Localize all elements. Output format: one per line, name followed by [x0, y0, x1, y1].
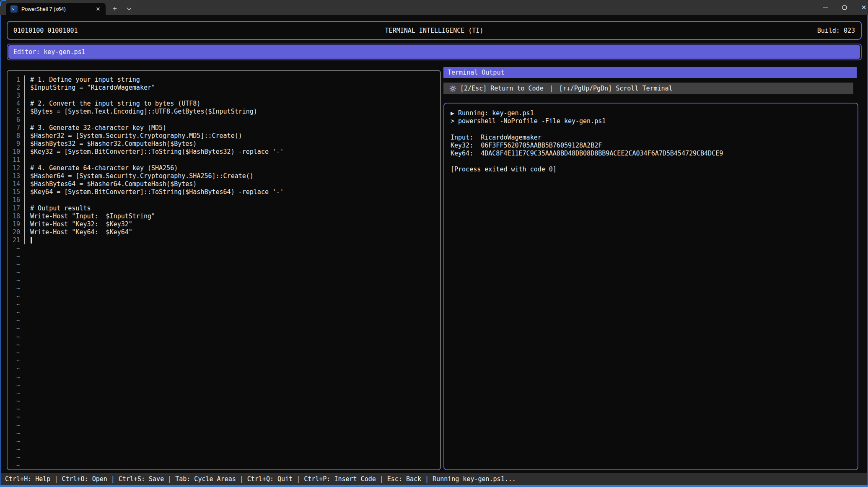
tilde-line: ~ [8, 461, 440, 469]
code-line[interactable]: 19Write-Host "Key32: $Key32" [8, 220, 440, 228]
tilde-line: ~ [8, 365, 440, 373]
terminal-line [451, 158, 858, 166]
status-bar: Ctrl+H: Help|Ctrl+O: Open|Ctrl+S: Save|T… [0, 473, 868, 485]
status-item: Esc: Back [387, 475, 421, 483]
line-number: 5 [8, 108, 20, 115]
line-number: 20 [8, 228, 20, 236]
line-number: 12 [8, 164, 20, 172]
tilde-line: ~ [8, 252, 440, 260]
terminal-hint-bar: [2/Esc] Return to Code | [↑↓/PgUp/PgDn] … [443, 83, 853, 94]
window-left-border [0, 15, 1, 487]
code-text: # 1. Define your input string [25, 76, 140, 83]
tilde-line: ~ [8, 244, 440, 252]
tilde-glyph: ~ [8, 413, 20, 421]
status-separator: | [421, 475, 433, 483]
maximize-icon [842, 5, 847, 10]
gutter-separator [24, 91, 25, 99]
editor-bar[interactable]: Editor: key-gen.ps1 [7, 44, 862, 60]
gutter-separator [24, 196, 25, 204]
new-tab-button[interactable]: + [109, 3, 121, 14]
code-line[interactable]: 4# 2. Convert the input string to bytes … [8, 100, 440, 108]
tilde-glyph: ~ [8, 309, 20, 316]
tilde-glyph: ~ [8, 253, 20, 260]
code-line[interactable]: 8$Hasher32 = [System.Security.Cryptograp… [8, 132, 440, 140]
code-line[interactable]: 15$Key64 = [System.BitConverter]::ToStri… [8, 188, 440, 196]
tilde-glyph: ~ [8, 430, 20, 437]
tilde-glyph: ~ [8, 397, 20, 405]
code-line[interactable]: 2$InputString = "RicardoWagemaker" [8, 83, 440, 91]
terminal-output-box[interactable]: ▶ Running: key-gen.ps1> powershell -NoPr… [443, 103, 858, 470]
tab-title: PowerShell 7 (x64) [21, 6, 94, 12]
line-number: 3 [8, 92, 20, 99]
tilde-line: ~ [8, 333, 440, 341]
close-button[interactable]: ✕ [854, 0, 868, 15]
code-line[interactable]: 1# 1. Define your input string [8, 75, 440, 83]
tilde-glyph: ~ [8, 422, 20, 429]
tilde-line: ~ [8, 260, 440, 268]
tilde-line: ~ [8, 277, 440, 285]
terminal-line: Input: RicardoWagemaker [451, 134, 858, 142]
tilde-glyph: ~ [8, 373, 20, 381]
maximize-button[interactable] [835, 0, 854, 15]
line-number: 10 [8, 148, 20, 155]
code-line[interactable]: 10$Key32 = [System.BitConverter]::ToStri… [8, 148, 440, 156]
tilde-line: ~ [8, 308, 440, 316]
tilde-glyph: ~ [8, 269, 20, 276]
tilde-glyph: ~ [8, 325, 20, 332]
code-text: $InputString = "RicardoWagemaker" [25, 84, 155, 91]
code-line[interactable]: 5$Bytes = [System.Text.Encoding]::UTF8.G… [8, 108, 440, 116]
code-line[interactable]: 16 [8, 196, 440, 204]
code-line[interactable]: 14$HashBytes64 = $Hasher64.ComputeHash($… [8, 180, 440, 188]
line-number: 9 [8, 140, 20, 148]
code-line[interactable]: 3 [8, 91, 440, 99]
app-header: 01010100 01001001 TERMINAL INTELLIGENCE … [7, 21, 862, 40]
chevron-down-icon[interactable] [123, 3, 135, 14]
code-line[interactable]: 21 [8, 236, 440, 244]
status-separator: | [107, 475, 119, 483]
code-line[interactable]: 9$HashBytes32 = $Hasher32.ComputeHash($B… [8, 140, 440, 148]
line-number: 11 [8, 156, 20, 163]
tilde-glyph: ~ [8, 462, 20, 469]
tilde-line: ~ [8, 285, 440, 293]
hint-separator: | [544, 85, 559, 92]
code-line[interactable]: 11 [8, 156, 440, 164]
tilde-glyph: ~ [8, 341, 20, 349]
gutter-separator [24, 116, 25, 124]
tilde-glyph: ~ [8, 333, 20, 341]
code-text: Write-Host "Key64: $Key64" [25, 228, 132, 236]
code-text: Write-Host "Key32: $Key32" [25, 220, 132, 228]
tilde-line: ~ [8, 397, 440, 405]
code-editor-panel[interactable]: 1# 1. Define your input string2$InputStr… [7, 70, 441, 470]
terminal-line: ▶ Running: key-gen.ps1 [451, 109, 858, 117]
tilde-glyph: ~ [8, 357, 20, 365]
tab-close-icon[interactable]: ✕ [94, 5, 102, 13]
tilde-glyph: ~ [8, 365, 20, 373]
text-cursor [31, 237, 32, 244]
tilde-glyph: ~ [8, 277, 20, 284]
tilde-glyph: ~ [8, 349, 20, 357]
code-line[interactable]: 6 [8, 116, 440, 124]
minimize-button[interactable] [816, 0, 835, 15]
tilde-line: ~ [8, 405, 440, 413]
tilde-line: ~ [8, 325, 440, 333]
gear-icon [449, 85, 456, 92]
terminal-line: Key32: 06F3FF5620705AABB5B76059128A2B2F [451, 142, 858, 150]
status-separator: | [50, 475, 62, 483]
code-line[interactable]: 12# 4. Generate 64-character key (SHA256… [8, 164, 440, 172]
status-separator: | [293, 475, 304, 483]
line-number: 16 [8, 196, 20, 204]
tilde-line: ~ [8, 413, 440, 421]
tilde-glyph: ~ [8, 381, 20, 389]
code-line[interactable]: 18Write-Host "Input: $InputString" [8, 212, 440, 220]
tilde-line: ~ [8, 421, 440, 429]
code-text: $Bytes = [System.Text.Encoding]::UTF8.Ge… [25, 108, 257, 115]
code-line[interactable]: 13$Hasher64 = [System.Security.Cryptogra… [8, 172, 440, 180]
line-number: 13 [8, 172, 20, 180]
code-line[interactable]: 7# 3. Generate 32-character key (MD5) [8, 124, 440, 132]
tilde-glyph: ~ [8, 405, 20, 413]
line-number: 1 [8, 76, 20, 83]
tab-powershell[interactable]: >_ PowerShell 7 (x64) ✕ [6, 3, 106, 15]
code-line[interactable]: 17# Output results [8, 204, 440, 212]
code-line[interactable]: 20Write-Host "Key64: $Key64" [8, 228, 440, 236]
status-item: Tab: Cycle Areas [175, 475, 236, 483]
